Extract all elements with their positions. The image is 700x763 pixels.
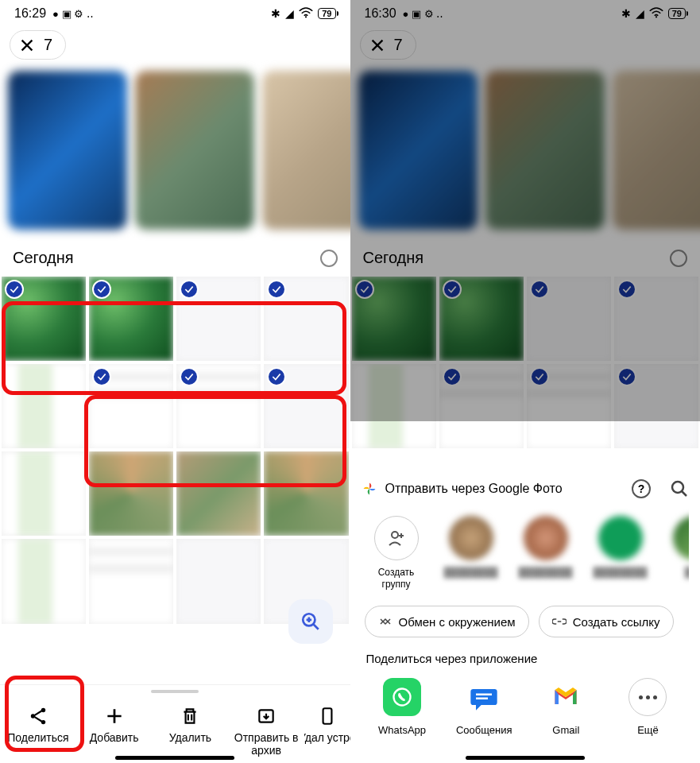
messages-label: Сообщения [456, 724, 512, 736]
photo-thumb[interactable] [176, 451, 261, 536]
zoom-fab[interactable] [288, 599, 333, 644]
photo-thumb[interactable] [89, 451, 173, 536]
check-icon [92, 280, 111, 299]
wifi-icon [649, 7, 663, 21]
signal-icon: ◢ [636, 7, 644, 20]
messages-app[interactable]: Сообщения [452, 678, 516, 736]
contact-item[interactable]: ████████ [592, 516, 649, 590]
add-label: Добавить [90, 731, 139, 744]
photo-thumb[interactable] [2, 364, 86, 448]
close-icon[interactable] [18, 37, 36, 54]
close-icon[interactable] [369, 37, 386, 54]
gmail-icon [547, 678, 585, 716]
nearby-share-button[interactable]: Обмен с окружением [365, 606, 529, 637]
contact-item[interactable]: ███ [667, 516, 690, 590]
photo-thumb[interactable] [2, 277, 86, 361]
battery-indicator: 79 [318, 8, 335, 19]
photo-thumb [352, 364, 436, 448]
status-notif-icons: ● ▣ ⚙ ‥ [403, 8, 444, 20]
selection-count: 7 [394, 36, 403, 54]
link-label: Создать ссылку [573, 615, 660, 629]
delete-button[interactable]: Удалить [153, 691, 229, 757]
archive-label: Отправить в архив [228, 731, 304, 757]
memory-card[interactable] [135, 71, 254, 230]
photo-thumb [527, 277, 611, 361]
contact-item[interactable]: ████████ [443, 516, 500, 590]
create-link-button[interactable]: Создать ссылку [539, 606, 674, 637]
share-options-row: Обмен с окружением Создать ссылку [362, 601, 690, 649]
photo-thumb [352, 277, 436, 361]
section-title: Сегодня [13, 249, 74, 267]
memory-card [485, 71, 605, 230]
whatsapp-label: WhatsApp [378, 724, 426, 736]
archive-button[interactable]: Отправить в архив [228, 691, 304, 757]
memory-card[interactable] [262, 71, 350, 230]
more-apps-button[interactable]: Ещё [616, 678, 679, 736]
status-time: 16:30 [365, 6, 396, 21]
more-icon [628, 678, 667, 716]
delete-label: Удалить [169, 731, 211, 744]
memory-card[interactable] [8, 71, 127, 230]
contacts-row[interactable]: Создать группу ████████ ████████ ███████… [362, 498, 690, 601]
trash-icon [180, 706, 200, 726]
selection-chip[interactable]: 7 [10, 30, 66, 60]
person-plus-icon [387, 529, 406, 548]
share-sheet: Отправить через Google Фото ? Создать гр… [350, 465, 701, 763]
section-title: Сегодня [363, 249, 424, 267]
whatsapp-app[interactable]: WhatsApp [370, 678, 434, 736]
battery-indicator: 79 [668, 8, 686, 19]
device-delete-button[interactable]: Удал устро [304, 691, 350, 757]
help-icon[interactable]: ? [632, 479, 651, 498]
share-icon [28, 706, 48, 726]
google-photos-icon [362, 481, 377, 497]
share-apps-heading: Поделиться через приложение [362, 649, 690, 675]
create-group-button[interactable]: Создать группу [368, 516, 425, 590]
whatsapp-icon [383, 678, 421, 716]
photo-thumb[interactable] [2, 539, 86, 623]
selection-toolbar: 7 [0, 24, 350, 66]
nearby-label: Обмен с окружением [399, 615, 516, 629]
select-all-toggle [670, 250, 687, 267]
messages-icon [465, 678, 503, 716]
screenshot-left: 16:29 ● ▣ ⚙ ‥ ✱ ◢ 79 7 Сегодня [0, 0, 350, 763]
section-header: Сегодня [350, 244, 701, 277]
home-indicator[interactable] [466, 756, 585, 760]
more-label: Ещё [637, 724, 659, 736]
photo-thumb[interactable] [264, 277, 348, 361]
status-bar: 16:30 ● ▣ ⚙ ‥ ✱ ◢ 79 [350, 0, 701, 24]
select-all-toggle[interactable] [320, 250, 338, 267]
photo-grid [350, 277, 701, 448]
search-icon[interactable] [670, 479, 689, 498]
photo-thumb [527, 364, 611, 448]
device-label: Удал устро [304, 731, 350, 744]
photo-grid [0, 277, 350, 624]
bluetooth-icon: ✱ [271, 7, 280, 20]
photo-thumb[interactable] [89, 277, 173, 361]
share-apps-row: WhatsApp Сообщения Gmail Ещё [362, 675, 690, 752]
contact-item[interactable]: ████████ [517, 516, 574, 590]
share-button[interactable]: Поделиться [0, 691, 76, 757]
add-button[interactable]: Добавить [76, 691, 153, 757]
photo-thumb[interactable] [89, 364, 173, 448]
home-indicator[interactable] [115, 756, 234, 760]
gmail-app[interactable]: Gmail [534, 678, 598, 736]
create-group-label: Создать группу [368, 567, 425, 590]
section-header: Сегодня [0, 244, 350, 277]
create-group-avatar [374, 516, 419, 560]
wifi-icon [299, 7, 313, 21]
svg-point-7 [656, 16, 657, 17]
selection-toolbar: 7 [350, 24, 701, 66]
photo-thumb[interactable] [176, 364, 261, 448]
svg-point-0 [305, 16, 307, 17]
photo-thumb[interactable] [264, 451, 348, 536]
plus-icon [104, 706, 125, 726]
selection-chip[interactable]: 7 [360, 30, 416, 60]
photo-thumb[interactable] [264, 364, 348, 448]
photo-thumb[interactable] [176, 539, 261, 623]
photo-thumb[interactable] [176, 277, 261, 361]
memories-carousel[interactable] [0, 66, 350, 244]
photo-thumb [614, 277, 698, 361]
status-notif-icons: ● ▣ ⚙ ‥ [52, 8, 94, 20]
photo-thumb[interactable] [2, 451, 86, 536]
photo-thumb[interactable] [89, 539, 173, 623]
